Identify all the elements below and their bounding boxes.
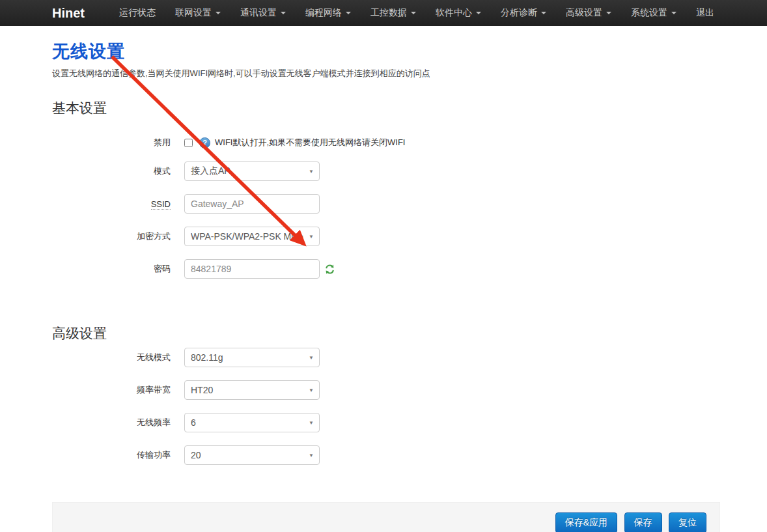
select-caret-icon: ▼ [309, 387, 314, 393]
nav-menu: 运行状态 联网设置 通讯设置 编程网络 工控数据 软件中心 分析诊断 高级设置 … [109, 0, 724, 26]
select-caret-icon: ▼ [309, 355, 314, 361]
nav-item-network-settings[interactable]: 联网设置 [165, 0, 230, 26]
mode-select[interactable]: 接入点AP ▼ [184, 161, 320, 181]
wireless-mode-label: 无线模式 [52, 352, 171, 363]
nav-item-diagnostics[interactable]: 分析诊断 [491, 0, 556, 26]
page-content: 无线设置 设置无线网络的通信参数,当网关使用WIFI网络时,可以手动设置无线客户… [0, 40, 767, 532]
form-row-wireless-mode: 无线模式 802.11g ▼ [52, 348, 720, 367]
top-navbar: Hinet 运行状态 联网设置 通讯设置 编程网络 工控数据 软件中心 分析诊断… [0, 0, 767, 26]
form-actions-bar: 保存&应用 保存 复位 [52, 502, 720, 532]
form-row-tx-power: 传输功率 20 ▼ [52, 445, 720, 465]
select-caret-icon: ▼ [309, 169, 314, 175]
chevron-down-icon [281, 12, 286, 14]
mode-label: 模式 [52, 165, 171, 177]
form-row-bandwidth: 频率带宽 HT20 ▼ [52, 380, 720, 400]
chevron-down-icon [671, 12, 676, 14]
brand-logo[interactable]: Hinet [52, 6, 85, 21]
bandwidth-label: 频率带宽 [52, 384, 171, 396]
chevron-down-icon [346, 12, 351, 14]
bandwidth-select[interactable]: HT20 ▼ [184, 380, 320, 400]
form-row-disable: 禁用 ? WIFI默认打开,如果不需要使用无线网络请关闭WIFI [52, 137, 720, 148]
wireless-mode-select[interactable]: 802.11g ▼ [184, 348, 320, 367]
tx-power-label: 传输功率 [52, 449, 171, 461]
nav-item-running-status[interactable]: 运行状态 [109, 0, 165, 26]
frequency-label: 无线频率 [52, 417, 171, 428]
disable-help-text: WIFI默认打开,如果不需要使用无线网络请关闭WIFI [215, 137, 405, 148]
form-row-password: 密码 [52, 259, 720, 279]
form-row-mode: 模式 接入点AP ▼ [52, 161, 720, 181]
ssid-input[interactable] [184, 194, 320, 214]
form-row-encryption: 加密方式 WPA-PSK/WPA2-PSK Mixed Mode ▼ [52, 227, 720, 246]
help-icon[interactable]: ? [199, 137, 210, 148]
page-description: 设置无线网络的通信参数,当网关使用WIFI网络时,可以手动设置无线客户端模式并连… [52, 68, 720, 79]
save-button[interactable]: 保存 [624, 512, 662, 532]
reset-button[interactable]: 复位 [669, 512, 706, 532]
chevron-down-icon [411, 12, 416, 14]
ssid-label: SSID [52, 199, 171, 209]
password-input[interactable] [184, 259, 320, 279]
chevron-down-icon [476, 12, 481, 14]
select-caret-icon: ▼ [309, 234, 314, 240]
encryption-select[interactable]: WPA-PSK/WPA2-PSK Mixed Mode ▼ [184, 227, 320, 246]
form-row-ssid: SSID [52, 194, 720, 214]
tx-power-select[interactable]: 20 ▼ [184, 445, 320, 465]
disable-label: 禁用 [52, 137, 171, 148]
chevron-down-icon [606, 12, 611, 14]
section-heading-basic: 基本设置 [52, 99, 720, 117]
nav-item-logout[interactable]: 退出 [686, 0, 724, 26]
password-label: 密码 [52, 263, 171, 275]
nav-item-comm-settings[interactable]: 通讯设置 [230, 0, 296, 26]
frequency-select[interactable]: 6 ▼ [184, 413, 320, 432]
nav-item-system-settings[interactable]: 系统设置 [621, 0, 686, 26]
chevron-down-icon [216, 12, 221, 14]
nav-item-programming-network[interactable]: 编程网络 [296, 0, 361, 26]
disable-checkbox[interactable] [184, 139, 193, 147]
form-row-frequency: 无线频率 6 ▼ [52, 413, 720, 432]
select-caret-icon: ▼ [309, 420, 314, 426]
page-title: 无线设置 [52, 40, 720, 63]
nav-item-industrial-data[interactable]: 工控数据 [361, 0, 426, 26]
save-apply-button[interactable]: 保存&应用 [555, 512, 617, 532]
chevron-down-icon [541, 12, 546, 14]
section-heading-advanced: 高级设置 [52, 324, 720, 343]
nav-item-software-center[interactable]: 软件中心 [426, 0, 491, 26]
encryption-label: 加密方式 [52, 231, 171, 242]
select-caret-icon: ▼ [309, 453, 314, 458]
nav-item-advanced-settings[interactable]: 高级设置 [556, 0, 621, 26]
refresh-password-icon[interactable] [324, 264, 335, 275]
